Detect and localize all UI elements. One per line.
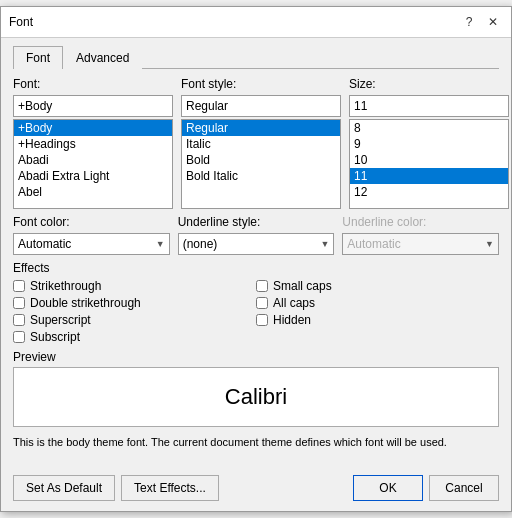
list-item[interactable]: 9 [350, 136, 508, 152]
underline-style-group: Underline style: (none) ▼ [178, 215, 335, 255]
underline-color-value: Automatic [347, 237, 400, 251]
hidden-checkbox[interactable] [256, 314, 268, 326]
underline-style-label: Underline style: [178, 215, 335, 229]
description-text: This is the body theme font. The current… [13, 435, 499, 450]
small-caps-checkbox[interactable] [256, 280, 268, 292]
superscript-row[interactable]: Superscript [13, 313, 256, 327]
small-caps-row[interactable]: Small caps [256, 279, 499, 293]
hidden-row[interactable]: Hidden [256, 313, 499, 327]
close-button[interactable]: ✕ [483, 13, 503, 31]
font-name-scroll[interactable]: +Body +Headings Abadi Abadi Extra Light … [14, 120, 172, 208]
underline-color-arrow: ▼ [485, 239, 494, 249]
list-item[interactable]: 11 [350, 168, 508, 184]
underline-color-label: Underline color: [342, 215, 499, 229]
tab-font[interactable]: Font [13, 46, 63, 69]
font-style-list: Regular Italic Bold Bold Italic [181, 119, 341, 209]
preview-box: Calibri [13, 367, 499, 427]
title-bar-left: Font [9, 15, 33, 29]
all-caps-row[interactable]: All caps [256, 296, 499, 310]
double-strike-label: Double strikethrough [30, 296, 141, 310]
strikethrough-checkbox[interactable] [13, 280, 25, 292]
font-style-label: Font style: [181, 77, 341, 91]
font-fields-row: Font: +Body +Headings Abadi Abadi Extra … [13, 77, 499, 209]
list-item[interactable]: 8 [350, 120, 508, 136]
font-color-select[interactable]: Automatic ▼ [13, 233, 170, 255]
preview-label: Preview [13, 350, 499, 364]
text-effects-button[interactable]: Text Effects... [121, 475, 219, 501]
double-strike-row[interactable]: Double strikethrough [13, 296, 256, 310]
underline-style-arrow: ▼ [320, 239, 329, 249]
font-style-group: Font style: Regular Italic Bold Bold Ita… [181, 77, 341, 209]
dialog-footer: Set As Default Text Effects... OK Cancel [1, 469, 511, 511]
font-dialog: Font ? ✕ Font Advanced Font: +Body +Head… [0, 6, 512, 511]
list-item[interactable]: +Body [14, 120, 172, 136]
underline-color-group: Underline color: Automatic ▼ [342, 215, 499, 255]
preview-section: Preview Calibri [13, 350, 499, 427]
list-item[interactable]: Bold Italic [182, 168, 340, 184]
all-caps-checkbox[interactable] [256, 297, 268, 309]
font-size-list: 8 9 10 11 12 [349, 119, 509, 209]
cancel-button[interactable]: Cancel [429, 475, 499, 501]
list-item[interactable]: 10 [350, 152, 508, 168]
effects-title: Effects [13, 261, 499, 275]
font-color-label: Font color: [13, 215, 170, 229]
underline-style-value: (none) [183, 237, 218, 251]
hidden-label: Hidden [273, 313, 311, 327]
font-style-scroll[interactable]: Regular Italic Bold Bold Italic [182, 120, 340, 208]
font-style-input[interactable] [181, 95, 341, 117]
list-item[interactable]: Abadi Extra Light [14, 168, 172, 184]
font-name-list: +Body +Headings Abadi Abadi Extra Light … [13, 119, 173, 209]
help-button[interactable]: ? [459, 13, 479, 31]
list-item[interactable]: Italic [182, 136, 340, 152]
font-name-input[interactable] [13, 95, 173, 117]
font-color-arrow: ▼ [156, 239, 165, 249]
font-size-input[interactable] [349, 95, 509, 117]
effects-col-left: Strikethrough Double strikethrough Super… [13, 279, 256, 344]
preview-text: Calibri [225, 384, 287, 410]
list-item[interactable]: Abadi [14, 152, 172, 168]
superscript-checkbox[interactable] [13, 314, 25, 326]
subscript-row[interactable]: Subscript [13, 330, 256, 344]
list-item[interactable]: +Headings [14, 136, 172, 152]
tab-advanced[interactable]: Advanced [63, 46, 142, 69]
list-item[interactable]: 12 [350, 184, 508, 200]
double-strike-checkbox[interactable] [13, 297, 25, 309]
effects-grid: Strikethrough Double strikethrough Super… [13, 279, 499, 344]
superscript-label: Superscript [30, 313, 91, 327]
tabs: Font Advanced [13, 46, 499, 69]
subscript-checkbox[interactable] [13, 331, 25, 343]
list-item[interactable]: Bold [182, 152, 340, 168]
strikethrough-label: Strikethrough [30, 279, 101, 293]
font-size-label: Size: [349, 77, 509, 91]
footer-right: OK Cancel [353, 475, 499, 501]
ok-button[interactable]: OK [353, 475, 423, 501]
title-bar-right: ? ✕ [459, 13, 503, 31]
title-bar: Font ? ✕ [1, 7, 511, 38]
font-size-group: Size: 8 9 10 11 12 [349, 77, 509, 209]
font-color-value: Automatic [18, 237, 71, 251]
strikethrough-row[interactable]: Strikethrough [13, 279, 256, 293]
all-caps-label: All caps [273, 296, 315, 310]
dialog-title: Font [9, 15, 33, 29]
subscript-label: Subscript [30, 330, 80, 344]
font-size-scroll[interactable]: 8 9 10 11 12 [350, 120, 508, 208]
underline-style-select[interactable]: (none) ▼ [178, 233, 335, 255]
font-color-group: Font color: Automatic ▼ [13, 215, 170, 255]
font-name-group: Font: +Body +Headings Abadi Abadi Extra … [13, 77, 173, 209]
list-item[interactable]: Regular [182, 120, 340, 136]
footer-left: Set As Default Text Effects... [13, 475, 219, 501]
font-name-label: Font: [13, 77, 173, 91]
dropdowns-row: Font color: Automatic ▼ Underline style:… [13, 215, 499, 255]
list-item[interactable]: Abel [14, 184, 172, 200]
effects-section: Effects Strikethrough Double strikethrou… [13, 261, 499, 344]
set-default-button[interactable]: Set As Default [13, 475, 115, 501]
small-caps-label: Small caps [273, 279, 332, 293]
effects-col-right: Small caps All caps Hidden [256, 279, 499, 344]
dialog-content: Font Advanced Font: +Body +Headings Abad… [1, 38, 511, 468]
underline-color-select[interactable]: Automatic ▼ [342, 233, 499, 255]
